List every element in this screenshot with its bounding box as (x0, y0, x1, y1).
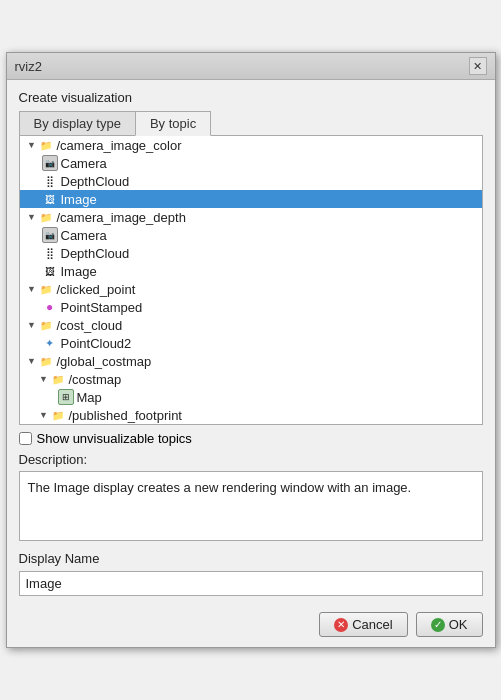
tree-item-label: Image (61, 264, 97, 279)
folder-icon: 📁 (50, 371, 66, 387)
folder-icon: 📁 (38, 317, 54, 333)
tree-item-label: /camera_image_color (57, 138, 182, 153)
tree-item-label: /published_footprint (69, 408, 182, 423)
expand-icon[interactable]: ▼ (38, 373, 50, 385)
expand-icon[interactable]: ▼ (26, 319, 38, 331)
tree-item-label: /clicked_point (57, 282, 136, 297)
image-icon: 🖼 (42, 263, 58, 279)
tab-bar: By display type By topic (19, 111, 483, 136)
tab-by-display-type[interactable]: By display type (19, 111, 136, 136)
expand-icon[interactable]: ▼ (26, 211, 38, 223)
tree-item-label: DepthCloud (61, 246, 130, 261)
cancel-button[interactable]: ✕ Cancel (319, 612, 407, 637)
tree-item-depthcloud1[interactable]: ⣿ DepthCloud (20, 172, 482, 190)
create-visualization-dialog: rviz2 ✕ Create visualization By display … (6, 52, 496, 648)
display-name-input[interactable] (19, 571, 483, 596)
folder-icon: 📁 (38, 281, 54, 297)
tree-item-label: Camera (61, 228, 107, 243)
description-label: Description: (19, 452, 483, 467)
tree-item-pointstamped[interactable]: ● PointStamped (20, 298, 482, 316)
tree-item-camera2[interactable]: 📷 Camera (20, 226, 482, 244)
tree-item-cost-cloud[interactable]: ▼ 📁 /cost_cloud (20, 316, 482, 334)
ok-button[interactable]: ✓ OK (416, 612, 483, 637)
tree-item-label: /camera_image_depth (57, 210, 186, 225)
tree-item-camera1[interactable]: 📷 Camera (20, 154, 482, 172)
checkbox-label: Show unvisualizable topics (37, 431, 192, 446)
tree-item-global-costmap[interactable]: ▼ 📁 /global_costmap (20, 352, 482, 370)
expand-icon[interactable]: ▼ (26, 139, 38, 151)
camera-icon: 📷 (42, 155, 58, 171)
depthcloud-icon: ⣿ (42, 173, 58, 189)
expand-icon[interactable]: ▼ (26, 355, 38, 367)
ok-icon: ✓ (431, 618, 445, 632)
tree-item-pointcloud2[interactable]: ✦ PointCloud2 (20, 334, 482, 352)
tab-by-topic[interactable]: By topic (135, 111, 211, 136)
cancel-icon: ✕ (334, 618, 348, 632)
expand-icon[interactable]: ▼ (26, 283, 38, 295)
tree-item-map[interactable]: ⊞ Map (20, 388, 482, 406)
window-title: rviz2 (15, 59, 42, 74)
close-button[interactable]: ✕ (469, 57, 487, 75)
tree-item-label: Camera (61, 156, 107, 171)
dialog-body: Create visualization By display type By … (7, 80, 495, 647)
expand-icon[interactable]: ▼ (38, 409, 50, 421)
tree-item-label: PointCloud2 (61, 336, 132, 351)
cloud-icon: ✦ (42, 335, 58, 351)
tree-item-clicked-point[interactable]: ▼ 📁 /clicked_point (20, 280, 482, 298)
tree-item-label: PointStamped (61, 300, 143, 315)
folder-icon: 📁 (38, 353, 54, 369)
section-label: Create visualization (19, 90, 483, 105)
tree-container: ▼ 📁 /camera_image_color 📷 Camera ⣿ Depth… (19, 135, 483, 425)
folder-icon: 📁 (38, 209, 54, 225)
checkbox-row: Show unvisualizable topics (19, 431, 483, 446)
map-icon: ⊞ (58, 389, 74, 405)
tree-item-label: Map (77, 390, 102, 405)
cancel-label: Cancel (352, 617, 392, 632)
show-unvisualizable-checkbox[interactable] (19, 432, 32, 445)
tree-item-label: /cost_cloud (57, 318, 123, 333)
tree-item-image2[interactable]: 🖼 Image (20, 262, 482, 280)
folder-icon: 📁 (38, 137, 54, 153)
title-bar: rviz2 ✕ (7, 53, 495, 80)
tree-item-label: /costmap (69, 372, 122, 387)
tree-item-costmap[interactable]: ▼ 📁 /costmap (20, 370, 482, 388)
folder-icon: 📁 (50, 407, 66, 423)
tree-item-label: DepthCloud (61, 174, 130, 189)
tree-item-published-footprint[interactable]: ▼ 📁 /published_footprint (20, 406, 482, 424)
tree-item-camera-image-color[interactable]: ▼ 📁 /camera_image_color (20, 136, 482, 154)
image-icon: 🖼 (42, 191, 58, 207)
tree-item-label: Image (61, 192, 97, 207)
point-icon: ● (42, 299, 58, 315)
tree-item-image1[interactable]: 🖼 Image (20, 190, 482, 208)
depthcloud-icon: ⣿ (42, 245, 58, 261)
description-text: The Image display creates a new renderin… (19, 471, 483, 541)
ok-label: OK (449, 617, 468, 632)
button-row: ✕ Cancel ✓ OK (19, 612, 483, 637)
camera-icon: 📷 (42, 227, 58, 243)
tree-item-depthcloud2[interactable]: ⣿ DepthCloud (20, 244, 482, 262)
display-name-label: Display Name (19, 551, 483, 566)
tree-item-label: /global_costmap (57, 354, 152, 369)
tree-item-camera-image-depth[interactable]: ▼ 📁 /camera_image_depth (20, 208, 482, 226)
